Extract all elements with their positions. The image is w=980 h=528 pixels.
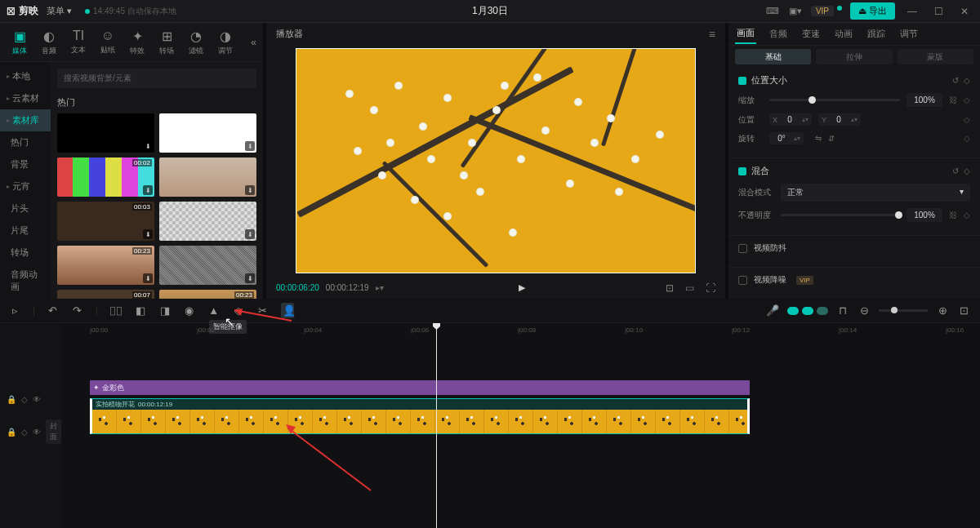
delete-right-icon[interactable]: ◨ <box>158 304 172 317</box>
search-input[interactable]: 搜索视频背景/元素 <box>57 69 256 88</box>
scale-value[interactable]: 100% <box>906 93 942 107</box>
keyframe-icon[interactable]: ◇ <box>964 166 970 175</box>
download-icon[interactable]: ⬇ <box>245 229 255 239</box>
media-thumbnail[interactable]: ⬇ <box>159 202 256 241</box>
flip-h-icon[interactable]: ⇋ <box>815 134 822 143</box>
media-thumbnail[interactable]: 00:02⬇ <box>57 158 154 197</box>
mute-icon[interactable]: 👁 <box>33 395 41 404</box>
toptab-特效[interactable]: ✦特效 <box>122 29 152 56</box>
props-tab[interactable]: 跟踪 <box>866 24 887 43</box>
delete-left-icon[interactable]: ◧ <box>134 304 147 317</box>
smart-cutout-icon[interactable]: 👤 <box>281 303 294 318</box>
close-button[interactable]: ✕ <box>956 6 973 17</box>
shortcut-icon[interactable]: ⌨ <box>765 4 780 19</box>
sidebar-item[interactable]: 音频动画 <box>0 264 51 298</box>
media-thumbnail[interactable]: 00:23⬇ <box>159 290 256 299</box>
redo-icon[interactable]: ↷ <box>71 304 84 317</box>
toptab-音频[interactable]: ◐音频 <box>34 29 64 56</box>
toptab-滤镜[interactable]: ◔滤镜 <box>181 29 211 56</box>
props-tab[interactable]: 动画 <box>833 24 854 43</box>
keyframe-icon[interactable]: ◇ <box>964 134 970 143</box>
media-thumbnail[interactable]: ⬇ <box>159 158 256 197</box>
split-icon[interactable]: ⌷⌷ <box>109 304 122 317</box>
download-icon[interactable]: ⬇ <box>245 141 255 151</box>
ratio-icon[interactable]: ▭ <box>685 282 694 294</box>
lock-icon[interactable]: 🔒 <box>7 395 16 404</box>
fullscreen-icon[interactable]: ⛶ <box>706 282 715 294</box>
download-icon[interactable]: ⬇ <box>143 273 153 283</box>
props-subtab[interactable]: 基础 <box>735 49 811 64</box>
export-button[interactable]: ⏏导出 <box>850 2 895 20</box>
media-thumbnail[interactable]: ⬇ <box>159 246 256 285</box>
layout-icon[interactable]: ▣▾ <box>788 4 803 19</box>
download-icon[interactable]: ⬇ <box>143 229 153 239</box>
cover-button[interactable]: 封面 <box>46 419 61 444</box>
player-menu-icon[interactable]: ≡ <box>709 28 715 41</box>
blend-mode-select[interactable]: 正常▾ <box>781 184 970 202</box>
download-icon[interactable]: ⬇ <box>245 273 255 283</box>
toptab-调节[interactable]: ◑调节 <box>211 29 240 56</box>
sidebar-item[interactable]: 背景 <box>0 153 51 175</box>
zoom-out-icon[interactable]: ⊖ <box>858 304 871 317</box>
opacity-value[interactable]: 100% <box>906 208 942 222</box>
minimize-button[interactable]: — <box>903 6 921 17</box>
maximize-button[interactable]: ☐ <box>929 6 947 17</box>
denoise-checkbox[interactable] <box>738 276 747 285</box>
props-subtab[interactable]: 拉伸 <box>816 49 892 64</box>
sidebar-item[interactable]: ▸元宵 <box>0 175 51 197</box>
keyframe-icon[interactable]: ◇ <box>964 211 970 220</box>
media-thumbnail[interactable]: 00:07⬇ <box>57 290 154 299</box>
toptab-媒体[interactable]: ▣媒体 <box>5 29 34 56</box>
position-x-input[interactable]: X▴▾ <box>769 113 812 126</box>
keyframe-icon[interactable]: ◇ <box>964 115 970 124</box>
preview-canvas[interactable] <box>296 48 696 273</box>
media-thumbnail[interactable]: ⬇ <box>159 113 256 153</box>
props-tab[interactable]: 音频 <box>768 24 789 43</box>
media-thumbnail[interactable]: 00:23⬇ <box>57 246 154 285</box>
toptab-转场[interactable]: ⊞转场 <box>152 29 181 56</box>
link-icon[interactable]: ⛓ <box>949 95 957 104</box>
zoom-indicator-icon[interactable]: ▸▾ <box>376 283 384 292</box>
sidebar-item[interactable]: ▸本地 <box>0 65 51 87</box>
magnet-icon[interactable]: ⊓ <box>836 304 849 317</box>
visibility-icon[interactable]: ◇ <box>21 395 28 404</box>
effect-clip[interactable]: ✦金彩色 <box>90 380 750 395</box>
sidebar-item[interactable]: ▸云素材 <box>0 87 51 109</box>
sidebar-item[interactable]: 热门 <box>0 131 51 153</box>
download-icon[interactable]: ⬇ <box>143 185 153 195</box>
sidebar-item[interactable]: 转场 <box>0 242 51 264</box>
media-thumbnail[interactable]: ⬇ <box>57 113 154 153</box>
collapse-panel-icon[interactable]: « <box>251 37 256 48</box>
sidebar-item[interactable]: 片尾 <box>0 220 51 242</box>
playhead[interactable] <box>436 323 437 528</box>
flip-v-icon[interactable]: ⇵ <box>828 134 835 143</box>
reset-icon[interactable]: ↺ <box>952 76 959 85</box>
play-button[interactable]: ▶ <box>519 282 525 293</box>
toptab-贴纸[interactable]: ☺贴纸 <box>93 29 122 55</box>
props-tab[interactable]: 调节 <box>898 24 920 43</box>
download-icon[interactable]: ⬇ <box>143 141 153 151</box>
safe-zone-icon[interactable]: ⊡ <box>666 282 674 294</box>
keyframe-icon[interactable]: ◇ <box>964 76 970 85</box>
main-menu[interactable]: 菜单 ▾ <box>47 5 72 17</box>
media-thumbnail[interactable]: 00:03⬇ <box>57 202 154 241</box>
freeze-icon[interactable]: ◉ <box>183 304 196 317</box>
link-icon[interactable]: ⛓ <box>949 211 957 220</box>
fit-icon[interactable]: ⊡ <box>957 304 970 317</box>
lock-icon[interactable]: 🔒 <box>7 428 16 437</box>
scale-slider[interactable] <box>769 99 900 101</box>
vip-badge[interactable]: VIP <box>811 6 834 16</box>
undo-icon[interactable]: ↶ <box>47 304 60 317</box>
mic-icon[interactable]: 🎤 <box>766 304 779 317</box>
opacity-slider[interactable] <box>781 214 900 216</box>
mirror-icon[interactable]: ▲ <box>207 304 220 317</box>
zoom-slider[interactable] <box>879 309 928 312</box>
position-y-input[interactable]: Y▴▾ <box>818 113 861 126</box>
stabilize-checkbox[interactable] <box>738 244 747 253</box>
props-tab[interactable]: 变速 <box>800 24 822 43</box>
video-clip[interactable]: 实拍植物开花00:00:12:19 <box>90 398 750 434</box>
mute-icon[interactable]: 👁 <box>33 428 41 437</box>
zoom-in-icon[interactable]: ⊕ <box>936 304 949 317</box>
visibility-icon[interactable]: ◇ <box>21 428 28 437</box>
rotation-input[interactable]: ▴▾ <box>769 132 804 144</box>
